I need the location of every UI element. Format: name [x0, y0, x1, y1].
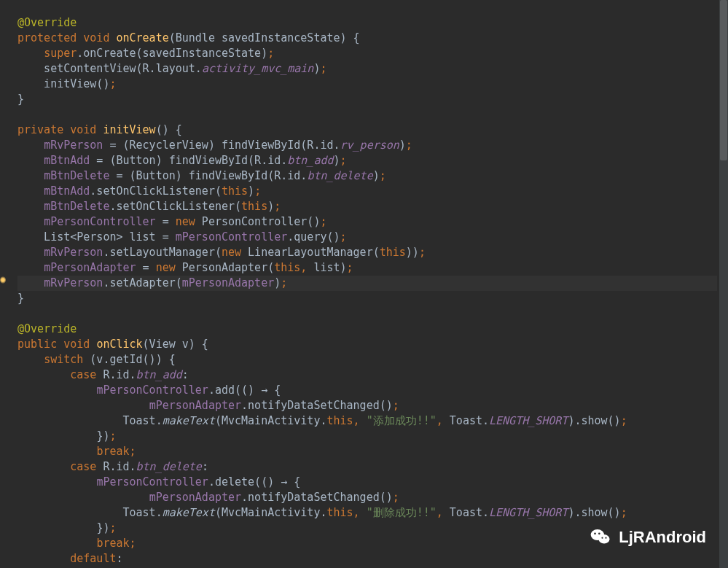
ctor: PersonController() [195, 215, 321, 228]
current-line: mRvPerson.setAdapter(mPersonAdapter); [17, 276, 717, 291]
call: .onCreate(savedInstanceState) [77, 47, 267, 60]
semi: ; [109, 77, 116, 90]
lambda-params: () [241, 384, 261, 397]
call: .notifyDataSetChanged() [241, 491, 393, 504]
case-val: R.id. [96, 368, 136, 381]
args: (MvcMainActivity. [215, 414, 327, 427]
call-add: .add( [208, 384, 241, 397]
comma: , [437, 506, 450, 519]
const-length-short: LENGTH_SHORT [489, 506, 568, 519]
semi: ; [320, 62, 326, 75]
field-mBtnDelete: mBtnDelete [44, 200, 109, 213]
semi: ; [130, 537, 136, 550]
kw-new: new [156, 261, 176, 274]
kw-void: void [70, 123, 96, 136]
call: .notifyDataSetChanged() [241, 399, 393, 412]
params: () { [156, 123, 182, 136]
semi: ; [109, 429, 116, 443]
field-mPersonAdapter: mPersonAdapter [44, 261, 136, 274]
annotation: @Override [17, 322, 77, 335]
call-toast: Toast. [17, 414, 163, 427]
str-add-success: "添加成功!!" [367, 414, 437, 427]
eq: = [156, 215, 176, 228]
vertical-scrollbar[interactable] [719, 0, 728, 568]
gutter-marker-icon [0, 276, 6, 284]
kw-case: case [70, 460, 96, 473]
paren: )) [406, 246, 419, 259]
watermark-label: LjRAndroid [619, 529, 706, 545]
svg-point-1 [599, 534, 610, 544]
lambda-params: () [261, 475, 281, 489]
semi: ; [340, 154, 347, 167]
semi: ; [393, 399, 399, 412]
code-editor[interactable]: @Override protected void onCreate(Bundle… [0, 0, 728, 568]
kw-super: super [44, 47, 77, 60]
brace: } [17, 93, 24, 106]
kw-void: void [63, 338, 90, 351]
annotation: @Override [17, 16, 77, 29]
field-mPersonController: mPersonController [96, 384, 208, 397]
comma: , [437, 414, 450, 427]
method-makeText: makeText [163, 506, 215, 519]
call: .setAdapter( [103, 276, 181, 289]
semi: ; [419, 246, 426, 259]
kw-break: break [96, 445, 129, 458]
field-mPersonController: mPersonController [44, 215, 156, 228]
semi: ; [340, 230, 347, 244]
ctor: LinearLayoutManager( [241, 246, 380, 259]
field-mBtnAdd: mBtnAdd [44, 184, 90, 198]
call: .setOnClickListener( [90, 184, 222, 198]
call-delete: .delete( [208, 475, 261, 489]
field-mRvPerson: mRvPerson [44, 246, 103, 259]
call-toast: Toast. [17, 506, 163, 519]
method-makeText: makeText [163, 414, 215, 427]
layout-ref: activity_mvc_main [202, 62, 314, 75]
call: = (RecyclerView) findViewById(R.id. [103, 139, 340, 152]
semi: ; [380, 169, 386, 182]
field-mPersonController: mPersonController [176, 230, 288, 244]
kw-default: default [70, 552, 116, 565]
kw-case: case [70, 368, 96, 381]
comma: , [300, 261, 313, 274]
arrow: → [281, 475, 287, 489]
method-initView: initView [103, 123, 155, 136]
call: .setOnClickListener( [109, 200, 241, 213]
semi: ; [621, 414, 627, 427]
id-ref: btn_delete [307, 169, 372, 182]
scrollbar-thumb[interactable] [720, 0, 727, 160]
paren: ) [274, 276, 281, 289]
semi: ; [274, 200, 281, 213]
field-mBtnDelete: mBtnDelete [44, 169, 109, 182]
call-show: ).show() [568, 414, 620, 427]
id-ref: btn_add [136, 368, 182, 381]
semi: ; [267, 47, 274, 60]
svg-point-3 [598, 533, 600, 535]
id-ref: btn_add [287, 154, 333, 167]
brace: { [267, 384, 281, 397]
semi: ; [621, 506, 627, 519]
field-mPersonAdapter: mPersonAdapter [182, 276, 274, 289]
method-onClick: onClick [96, 338, 142, 351]
field-mPersonAdapter: mPersonAdapter [149, 399, 241, 412]
semi: ; [254, 184, 261, 198]
colon: : [116, 552, 122, 565]
call: = (Button) findViewById(R.id. [109, 169, 307, 182]
kw-this: this [326, 506, 353, 519]
toast-class: Toast. [450, 414, 489, 427]
paren: ) [267, 200, 274, 213]
call-show: ).show() [568, 506, 620, 519]
field-mBtnAdd: mBtnAdd [44, 154, 90, 167]
call: .query() [287, 230, 340, 244]
svg-point-4 [602, 537, 603, 539]
comma: , [353, 506, 367, 519]
field-mRvPerson: mRvPerson [44, 139, 103, 152]
kw-this: this [222, 184, 248, 198]
svg-point-2 [594, 533, 596, 535]
kw-break: break [96, 537, 129, 550]
kw-switch: switch [44, 353, 83, 366]
params: (View v) { [143, 338, 208, 351]
comma: , [353, 414, 367, 427]
case-val: R.id. [96, 460, 136, 473]
params: (Bundle savedInstanceState) { [169, 31, 360, 44]
kw-void: void [83, 31, 109, 44]
